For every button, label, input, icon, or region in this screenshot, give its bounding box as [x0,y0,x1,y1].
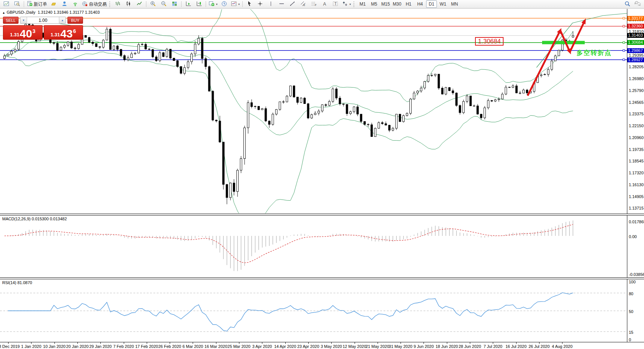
timeframe-button-m30[interactable]: M30 [392,0,402,8]
bar-chart-type-button[interactable] [113,0,123,8]
cursor-tool-button[interactable] [244,0,255,8]
volume-stepper: ▼ 1.00 ▲ [20,17,66,24]
line-chart-type-button[interactable] [134,0,145,8]
autotrading-button[interactable]: 自动交易 [81,0,108,8]
zoom-out-button[interactable] [159,0,169,8]
price-level-text-label[interactable]: 1.30684 [475,37,504,46]
volume-increase-button[interactable]: ▲ [59,17,66,23]
gold-ingot-icon [51,1,57,7]
sell-button[interactable]: SELL [3,17,19,24]
period-clock-button[interactable] [219,0,229,8]
clock-icon [221,1,227,7]
horizontal-line-objects[interactable] [0,18,627,60]
sell-price-prefix: 1.31 [10,32,19,37]
date-axis-label: 25 Mar 2020 [228,344,250,349]
profiles-button[interactable] [12,0,22,8]
chat-button[interactable] [633,0,643,8]
macd-label: MACD(12,26,9) 0.015300 0.013482 [2,217,67,221]
new-order-icon [27,1,33,7]
line-anchor[interactable] [623,50,625,52]
arrows-icon [342,1,348,7]
price-line-label: 1.30684 [627,40,644,45]
date-axis-label: 7 Jul 2020 [484,344,502,349]
text-label-tool-button[interactable]: T [330,0,341,8]
timeframe-button-m5[interactable]: M5 [369,0,379,8]
macd-axis-label: 0.017865 [629,220,644,224]
text-label-icon: T [332,1,338,7]
text-tool-button[interactable]: A [319,0,330,8]
price-axis-tick: 1.20960 [629,135,644,140]
cursor-icon [246,1,252,7]
green-trend-curve[interactable] [537,13,627,68]
sell-price-tile[interactable]: 1.31403 [3,25,43,40]
price-axis-tick: 1.25790 [629,88,644,93]
chart-shift-button[interactable] [194,0,204,8]
chart-shift-icon [196,1,202,7]
pane-separator-main-macd[interactable] [0,214,644,215]
timeframe-button-mn[interactable]: MN [449,0,460,8]
auto-scroll-button[interactable] [183,0,193,8]
date-axis-tick [401,342,401,344]
autotrading-label: 自动交易 [89,1,107,7]
market-button[interactable] [49,0,59,8]
crosshair-icon [257,1,263,7]
person-icon [62,1,67,7]
sell-price-pip: 3 [33,28,36,34]
timeframe-button-h4[interactable]: H4 [415,0,425,8]
horizontal-line-tool-button[interactable] [276,0,287,8]
date-axis-label: 14 Apr 2020 [274,344,296,349]
date-axis-label: 9 Jun 2020 [414,344,434,349]
chevron-down-icon: ▾ [349,3,351,6]
date-axis-label: 6 Mar 2020 [183,344,203,349]
date-axis-label: 28 Jun 2020 [459,344,481,349]
buy-button[interactable]: BUY [67,17,83,24]
price-axis-tick: 1.23375 [629,112,644,116]
volume-decrease-button[interactable]: ▼ [20,17,27,23]
candlestick-type-button[interactable] [123,0,134,8]
arrows-tool-button[interactable]: ▾ [341,0,352,8]
search-button[interactable] [622,0,633,8]
vertical-line-tool-button[interactable] [266,0,276,8]
fibonacci-tool-button[interactable]: F [309,0,319,8]
line-anchor[interactable] [623,17,625,19]
rsi-axis-label: 50 [629,309,633,314]
green-highlight-bar[interactable] [542,41,585,44]
crosshair-tool-button[interactable] [255,0,265,8]
new-chart-window-button[interactable] [1,0,11,8]
volume-input[interactable]: 1.00 [27,17,59,23]
channel-tool-button[interactable]: E [298,0,308,8]
line-anchor[interactable] [623,42,625,43]
community-button[interactable] [59,0,70,8]
timeframe-button-h1[interactable]: H1 [403,0,414,8]
indicators-dropdown-button[interactable]: ▾ [230,0,241,8]
bar-chart-icon [115,1,121,7]
toolbar-separator [146,1,146,7]
date-axis-tick [562,342,562,344]
timeframe-button-d1[interactable]: D1 [426,0,437,8]
chart-plot-area[interactable] [0,0,644,349]
indicators-icon [231,1,237,7]
buy-price-tile[interactable]: 1.31436 [44,25,83,40]
svg-text:A: A [323,1,326,7]
tile-windows-button[interactable] [169,0,180,8]
pane-separator-macd-rsi[interactable] [0,277,644,279]
price-axis-tick: 1.17320 [629,171,644,175]
date-axis-label: 23 Dec 2019 [0,344,20,349]
signal-waves-icon [72,1,78,7]
trendline-tool-button[interactable] [287,0,298,8]
timeframe-button-m1[interactable]: M1 [357,0,368,8]
toolbar-drag-handle [353,1,355,7]
turning-point-annotation[interactable]: 多空转折点 [577,49,612,57]
line-anchor[interactable] [623,25,625,27]
date-axis-label: 3 Apr 2020 [252,344,272,349]
timeframe-button-m15[interactable]: M15 [380,0,391,8]
date-axis-label: 4 Aug 2020 [552,344,572,349]
zoom-in-button[interactable] [148,0,158,8]
collapse-panel-icon[interactable]: ▲ [2,11,5,14]
new-chart-dropdown-button[interactable]: ▾ [208,0,219,8]
timeframe-button-w1[interactable]: W1 [438,0,448,8]
price-axis-tick: 1.18545 [629,159,644,163]
line-anchor[interactable] [623,59,625,61]
signals-button[interactable] [70,0,80,8]
new-order-button[interactable]: 新订单 [26,0,48,8]
